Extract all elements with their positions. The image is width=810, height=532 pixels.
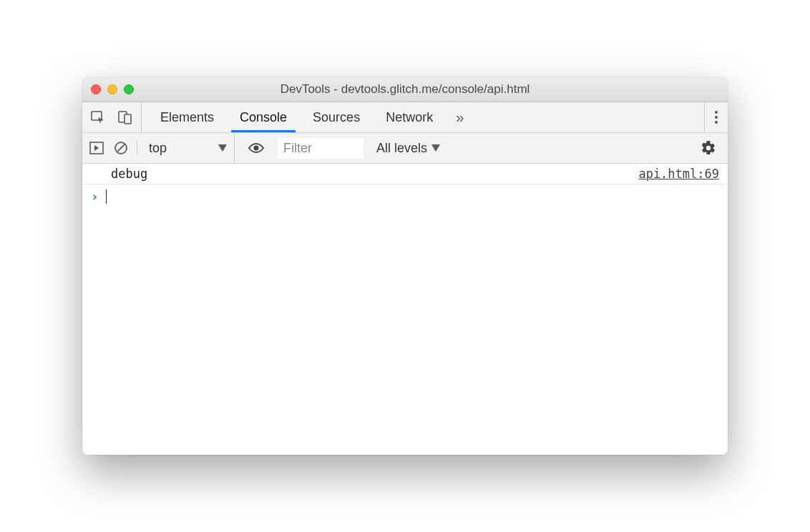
- settings-menu-group: [704, 102, 728, 132]
- context-selector[interactable]: top: [143, 133, 235, 163]
- svg-line-5: [117, 144, 125, 152]
- live-expression-icon[interactable]: [240, 142, 272, 154]
- context-label: top: [149, 141, 167, 156]
- chevron-double-right-icon: »: [456, 109, 464, 126]
- close-button[interactable]: [91, 84, 101, 94]
- traffic-lights: [91, 84, 134, 94]
- chevron-down-icon: [431, 144, 440, 152]
- main-tabs: Elements Console Sources Network »: [142, 102, 704, 132]
- svg-point-6: [254, 146, 259, 151]
- console-left-tools: [89, 141, 137, 155]
- kebab-menu-icon[interactable]: [715, 111, 718, 124]
- console-output: debug api.html:69 ›: [82, 164, 728, 455]
- svg-rect-2: [125, 114, 131, 124]
- main-tabs-row: Elements Console Sources Network »: [82, 102, 728, 133]
- log-message-row: debug api.html:69: [82, 164, 728, 184]
- tabs-overflow-button[interactable]: »: [446, 102, 474, 132]
- tab-console[interactable]: Console: [227, 102, 300, 132]
- console-toolbar: top All levels: [82, 133, 728, 164]
- inspect-icon[interactable]: [91, 110, 105, 124]
- window-title: DevTools - devtools.glitch.me/console/ap…: [82, 82, 728, 97]
- text-cursor: [106, 189, 107, 204]
- tab-network[interactable]: Network: [373, 102, 446, 132]
- console-settings-icon[interactable]: [696, 140, 721, 156]
- device-toggle-icon[interactable]: [118, 110, 132, 124]
- levels-label: All levels: [376, 141, 427, 156]
- minimize-button[interactable]: [107, 84, 117, 94]
- devtools-window: DevTools - devtools.glitch.me/console/ap…: [82, 77, 728, 455]
- chevron-down-icon: [218, 144, 227, 152]
- log-levels-selector[interactable]: All levels: [369, 141, 447, 156]
- console-sidebar-toggle-icon[interactable]: [89, 142, 104, 154]
- prompt-chevron-icon: ›: [91, 189, 99, 204]
- filter-input[interactable]: [278, 138, 363, 159]
- log-source-link[interactable]: api.html:69: [638, 167, 719, 181]
- zoom-button[interactable]: [124, 84, 134, 94]
- console-prompt-row[interactable]: ›: [82, 184, 728, 208]
- tab-sources[interactable]: Sources: [300, 102, 373, 132]
- clear-console-icon[interactable]: [114, 141, 128, 155]
- tab-elements[interactable]: Elements: [147, 102, 227, 132]
- log-message-text: debug: [111, 167, 638, 181]
- inspect-device-group: [82, 102, 142, 132]
- titlebar: DevTools - devtools.glitch.me/console/ap…: [82, 77, 728, 102]
